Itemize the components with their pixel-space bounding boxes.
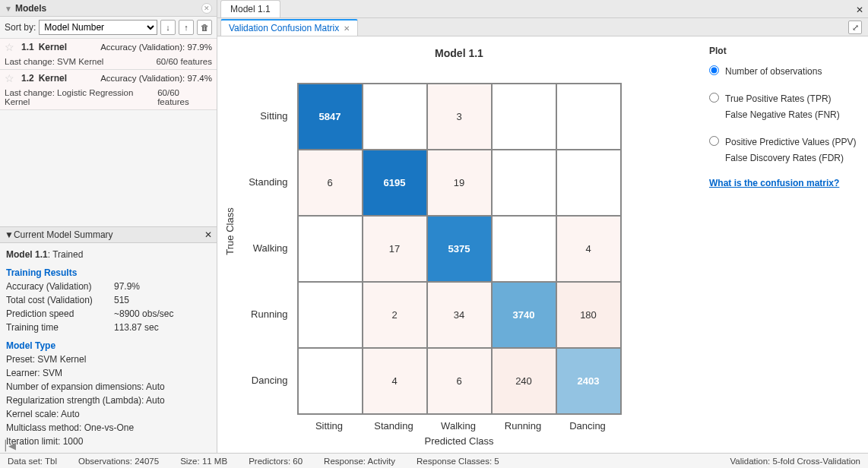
- models-title: Models: [15, 3, 46, 14]
- main-close-icon[interactable]: ✕: [856, 5, 863, 15]
- matrix-cell: 34: [427, 282, 492, 348]
- matrix-cell: 6195: [363, 150, 427, 216]
- delete-icon[interactable]: 🗑: [197, 20, 212, 35]
- status-response: Response: Activity: [324, 457, 395, 466]
- summary-line: Regularization strength (Lambda): Auto: [6, 394, 211, 407]
- col-label: Running: [491, 420, 556, 432]
- star-icon[interactable]: ☆: [5, 41, 17, 53]
- summary-line: Iteration limit: 1000: [6, 435, 211, 448]
- model-item[interactable]: ☆1.2KernelAccuracy (Validation): 97.4%La…: [0, 70, 217, 110]
- plot-header: Plot: [709, 46, 860, 56]
- status-bar: Data set: Tbl Observations: 24075 Size: …: [0, 453, 868, 468]
- col-label: Sitting: [297, 420, 362, 432]
- col-label: Dancing: [556, 420, 620, 432]
- star-icon[interactable]: ☆: [5, 72, 17, 84]
- summary-panel-header: ▼Current Model Summary ✕: [0, 226, 217, 243]
- summary-line: Learner: SVM: [6, 366, 211, 380]
- matrix-cell: [556, 150, 621, 216]
- status-predictors: Predictors: 60: [249, 457, 303, 466]
- matrix-cell: [492, 216, 556, 282]
- summary-kv: Accuracy (Validation)97.9%: [6, 280, 211, 293]
- models-close-icon[interactable]: ✕: [201, 3, 212, 14]
- radio-observations[interactable]: [709, 65, 719, 75]
- matrix-cell: [556, 84, 621, 150]
- training-results-header: Training Results: [6, 267, 211, 278]
- tab-confusion-matrix[interactable]: Validation Confusion Matrix ✕: [220, 19, 358, 36]
- summary-model-name: Model 1.1: [6, 249, 48, 260]
- matrix-cell: [492, 84, 556, 150]
- matrix-cell: 2403: [556, 348, 621, 414]
- status-dataset: Data set: Tbl: [8, 457, 57, 466]
- summary-title: Current Model Summary: [14, 229, 113, 240]
- row-label: Standing: [232, 149, 293, 215]
- plot-opt-observations[interactable]: Number of observations: [709, 64, 860, 79]
- matrix-cell: 5847: [298, 84, 363, 150]
- x-axis-label: Predicted Class: [297, 435, 622, 447]
- sort-down-icon[interactable]: ↓: [160, 20, 176, 35]
- expand-icon[interactable]: ⤢: [848, 21, 862, 34]
- chart-title: Model 1.1: [217, 47, 701, 59]
- sort-up-icon[interactable]: ↑: [179, 20, 194, 35]
- confusion-matrix-help-link[interactable]: What is the confusion matrix?: [709, 178, 860, 188]
- matrix-cell: [298, 348, 363, 414]
- summary-body: Model 1.1: Trained Training Results Accu…: [0, 243, 217, 453]
- sort-select[interactable]: Model Number: [39, 20, 157, 35]
- radio-ppv-fdr[interactable]: [709, 136, 719, 146]
- plot-opt-ppv-fdr[interactable]: Positive Predictive Values (PPV)False Di…: [709, 134, 860, 166]
- status-validation: Validation: 5-fold Cross-Validation: [730, 457, 860, 466]
- status-observations: Observations: 24075: [78, 457, 159, 466]
- col-label: Walking: [426, 420, 491, 432]
- tab-model[interactable]: Model 1.1: [220, 0, 280, 17]
- summary-kv: Prediction speed~8900 obs/sec: [6, 307, 211, 321]
- summary-close-icon[interactable]: ✕: [204, 229, 212, 240]
- matrix-cell: 4: [556, 216, 621, 282]
- matrix-cell: 17: [363, 216, 427, 282]
- col-label: Standing: [362, 420, 426, 432]
- sort-label: Sort by:: [5, 22, 36, 33]
- matrix-cell: [363, 84, 427, 150]
- model-item[interactable]: ☆1.1KernelAccuracy (Validation): 97.9%La…: [0, 39, 217, 70]
- row-label: Running: [232, 281, 293, 347]
- row-label: Walking: [232, 215, 293, 281]
- summary-line: Preset: SVM Kernel: [6, 353, 211, 366]
- matrix-cell: 240: [492, 348, 556, 414]
- status-size: Size: 11 MB: [180, 457, 227, 466]
- summary-kv: Total cost (Validation)515: [6, 293, 211, 307]
- plot-opt-tpr-fnr[interactable]: True Positive Rates (TPR)False Negative …: [709, 91, 860, 122]
- summary-line: Kernel scale: Auto: [6, 407, 211, 421]
- matrix-cell: 3740: [492, 282, 556, 348]
- summary-kv: Training time113.87 sec: [6, 321, 211, 334]
- matrix-cell: 3: [427, 84, 492, 150]
- matrix-cell: 180: [556, 282, 621, 348]
- radio-tpr-fnr[interactable]: [709, 93, 719, 103]
- matrix-cell: [298, 216, 363, 282]
- row-label: Sitting: [232, 83, 293, 149]
- subtab-close-icon[interactable]: ✕: [344, 24, 350, 33]
- matrix-cell: 2: [363, 282, 427, 348]
- matrix-cell: 6: [298, 150, 363, 216]
- models-panel-header: ▼Models ✕: [0, 0, 217, 17]
- row-label: Dancing: [232, 347, 293, 413]
- matrix-cell: 19: [427, 150, 492, 216]
- collapse-icon[interactable]: ⎮◀: [3, 440, 16, 451]
- matrix-cell: 6: [427, 348, 492, 414]
- summary-line: Multiclass method: One-vs-One: [6, 421, 211, 435]
- model-type-header: Model Type: [6, 340, 211, 351]
- matrix-cell: [492, 150, 556, 216]
- status-response-classes: Response Classes: 5: [417, 457, 499, 466]
- confusion-matrix: 58473661951917537542343740180462402403: [297, 83, 622, 415]
- matrix-cell: 4: [363, 348, 427, 414]
- summary-line: Number of expansion dimensions: Auto: [6, 380, 211, 394]
- matrix-cell: [298, 282, 363, 348]
- matrix-cell: 5375: [427, 216, 492, 282]
